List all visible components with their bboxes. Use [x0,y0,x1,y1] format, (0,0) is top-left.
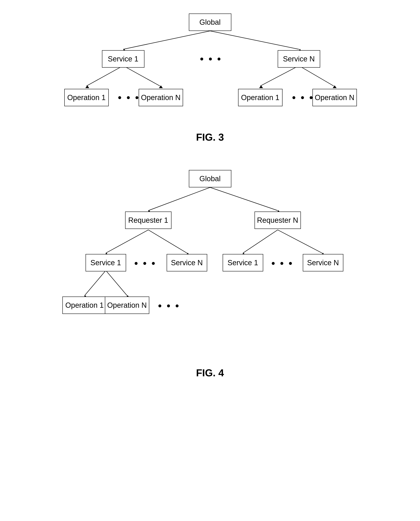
fig4-op1-node: Operation 1 [62,296,107,314]
fig4-section: Global Requester 1 Requester N Service 1… [0,170,420,390]
fig4-service1-right-node: Service 1 [223,254,263,272]
svg-line-20 [243,230,278,253]
fig4-service1-left-node: Service 1 [86,254,126,272]
fig3-opN-right-node: Operation N [312,89,357,106]
fig3-service-dots: • • • [197,52,225,66]
fig3-section: Global Service 1 • • • Service N Operati… [0,12,420,155]
fig3-diagram: Global Service 1 • • • Service N Operati… [46,12,374,124]
fig3-service1-node: Service 1 [102,50,144,68]
svg-line-24 [85,271,106,295]
fig4-serviceN-right-node: Service N [303,254,343,272]
fig4-label: FIG. 4 [196,367,224,379]
svg-line-16 [106,230,148,253]
svg-line-10 [299,66,334,86]
fig4-global-node: Global [189,170,231,187]
svg-line-6 [123,66,160,86]
fig4-requesterN-node: Requester N [255,211,301,229]
svg-line-26 [106,271,127,295]
fig3-op1-right-node: Operation 1 [238,89,283,106]
svg-line-18 [148,230,187,253]
fig3-label: FIG. 3 [196,131,224,143]
fig4-serviceN-left-node: Service N [167,254,207,272]
fig3-op1-left-node: Operation 1 [64,89,109,106]
fig4-op-dots: • • • [156,299,183,313]
svg-line-14 [210,187,278,211]
fig3-serviceN-node: Service N [278,50,320,68]
svg-line-8 [260,66,299,86]
svg-marker-11 [333,85,337,88]
fig4-opN-node: Operation N [105,296,149,314]
fig4-service-right-dots: • • • [269,257,296,270]
svg-marker-5 [85,85,89,88]
fig3-global-node: Global [189,14,231,31]
fig3-opN-left-node: Operation N [139,89,183,106]
svg-line-4 [87,66,123,86]
svg-line-0 [123,31,210,49]
svg-line-22 [278,230,322,253]
svg-line-12 [148,187,210,211]
fig3-op-left-dots: • • • [115,91,142,104]
fig4-service-left-dots: • • • [132,257,159,270]
svg-marker-7 [159,85,163,88]
svg-marker-9 [259,85,263,88]
fig4-requester1-node: Requester 1 [125,211,172,229]
svg-line-2 [210,31,299,49]
fig4-diagram: Global Requester 1 Requester N Service 1… [46,170,374,359]
